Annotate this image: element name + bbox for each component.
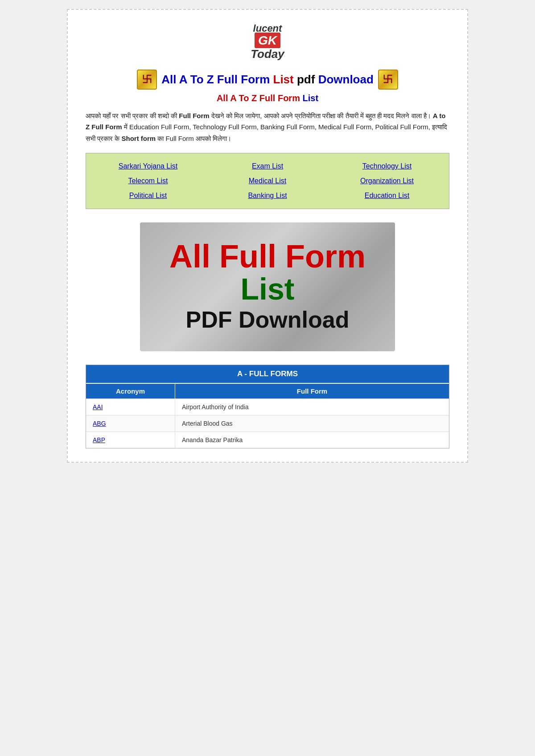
title-download: Download [318,73,374,86]
link-technology[interactable]: Technology List [329,162,444,170]
title-section: ࿕ All A To Z Full Form List pdf Download… [86,70,449,103]
link-telecom[interactable]: Telecom List [91,177,206,185]
table-section: A - FULL FORMS Acronym Full Form AAI Air… [86,365,449,448]
cell-acronym-aai: AAI [86,399,175,415]
links-table: Sarkari Yojana List Exam List Technology… [86,153,449,209]
link-medical[interactable]: Medical List [210,177,325,185]
logo-gk: GK [255,33,280,48]
logo-today: Today [251,48,284,61]
col-header-fullform: Full Form [175,384,449,399]
table-row: ABG Arterial Blood Gas [86,415,449,431]
cell-acronym-abg: ABG [86,415,175,431]
logo: lucent GK Today [251,23,284,61]
swastik-icon-right: ࿕ [378,70,398,90]
banner-pdf-download: PDF Download [149,306,386,333]
sub-title: All A To Z Full Form List [86,93,449,103]
link-political[interactable]: Political List [91,192,206,200]
link-exam[interactable]: Exam List [210,162,325,170]
sub-title-text: All A To Z Full Form [217,93,303,103]
description: आपको यहाँ पर सभी प्रकार की शब्दो की Full… [86,110,449,144]
link-aai[interactable]: AAI [93,403,103,411]
link-abp[interactable]: ABP [93,436,105,444]
cell-fullform-aai: Airport Authority of India [175,399,449,415]
cell-acronym-abp: ABP [86,432,175,448]
link-abg[interactable]: ABG [93,420,106,427]
table-header: A - FULL FORMS [86,365,449,383]
cell-fullform-abg: Arterial Blood Gas [175,415,449,431]
page-wrapper: lucent GK Today ࿕ All A To Z Full Form L… [67,9,468,463]
banner-section: All Full Form List PDF Download [140,222,395,351]
sub-title-list: List [303,93,319,103]
link-sarkari-yojana[interactable]: Sarkari Yojana List [91,162,206,170]
cell-fullform-abp: Ananda Bazar Patrika [175,432,449,448]
table-col-headers: Acronym Full Form [86,383,449,399]
table-row: ABP Ananda Bazar Patrika [86,431,449,448]
title-all-a-to-z: All A To Z Full Form [161,73,270,86]
table-row: AAI Airport Authority of India [86,399,449,415]
link-education[interactable]: Education List [329,192,444,200]
logo-area: lucent GK Today [86,23,449,61]
title-text: All A To Z Full Form List pdf Download [161,73,374,86]
title-list: List [273,73,297,86]
swastik-icon-left: ࿕ [137,70,157,90]
title-pdf: pdf [297,73,315,86]
banner-all-full-form: All Full Form [149,240,386,272]
banner-list: List [149,272,386,306]
link-banking[interactable]: Banking List [210,192,325,200]
main-title: ࿕ All A To Z Full Form List pdf Download… [86,70,449,90]
col-header-acronym: Acronym [86,384,175,399]
link-organization[interactable]: Organization List [329,177,444,185]
